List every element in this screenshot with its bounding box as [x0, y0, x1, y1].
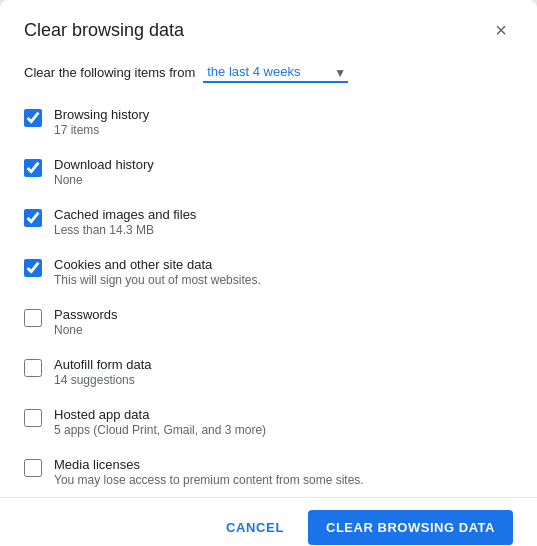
clear-browsing-data-button[interactable]: CLEAR BROWSING DATA [308, 510, 513, 545]
item-name: Cached images and files [54, 207, 196, 222]
checkbox-input-browsing-history[interactable] [24, 109, 42, 127]
items-list: Browsing history17 itemsDownload history… [0, 97, 537, 497]
dialog-header: Clear browsing data × [0, 0, 537, 54]
close-button[interactable]: × [489, 18, 513, 42]
checkbox-autofill[interactable] [24, 359, 42, 381]
item-name: Media licenses [54, 457, 364, 472]
checkbox-cookies[interactable] [24, 259, 42, 281]
list-item: Hosted app data5 apps (Cloud Print, Gmai… [24, 397, 513, 447]
item-name: Browsing history [54, 107, 149, 122]
item-name: Download history [54, 157, 154, 172]
list-item: Download historyNone [24, 147, 513, 197]
list-item: Cookies and other site dataThis will sig… [24, 247, 513, 297]
checkbox-passwords[interactable] [24, 309, 42, 331]
item-desc: This will sign you out of most websites. [54, 273, 261, 287]
list-item: Autofill form data14 suggestions [24, 347, 513, 397]
subheader-label: Clear the following items from [24, 65, 195, 80]
checkbox-input-cached-images[interactable] [24, 209, 42, 227]
checkbox-input-passwords[interactable] [24, 309, 42, 327]
item-desc: 17 items [54, 123, 149, 137]
checkbox-input-autofill[interactable] [24, 359, 42, 377]
checkbox-browsing-history[interactable] [24, 109, 42, 131]
list-item: Cached images and filesLess than 14.3 MB [24, 197, 513, 247]
item-name: Autofill form data [54, 357, 152, 372]
item-desc: 5 apps (Cloud Print, Gmail, and 3 more) [54, 423, 266, 437]
dialog-subheader: Clear the following items from the last … [0, 54, 537, 97]
list-item: PasswordsNone [24, 297, 513, 347]
item-desc: None [54, 323, 118, 337]
period-select[interactable]: the last hour the last 24 hours the last… [203, 62, 348, 83]
item-name: Cookies and other site data [54, 257, 261, 272]
item-desc: You may lose access to premium content f… [54, 473, 364, 487]
list-item: Browsing history17 items [24, 97, 513, 147]
checkbox-download-history[interactable] [24, 159, 42, 181]
item-desc: 14 suggestions [54, 373, 152, 387]
list-item: Media licensesYou may lose access to pre… [24, 447, 513, 497]
checkbox-input-hosted-app-data[interactable] [24, 409, 42, 427]
item-name: Hosted app data [54, 407, 266, 422]
checkbox-input-cookies[interactable] [24, 259, 42, 277]
checkbox-input-media-licenses[interactable] [24, 459, 42, 477]
period-select-wrapper: the last hour the last 24 hours the last… [203, 62, 348, 83]
item-desc: Less than 14.3 MB [54, 223, 196, 237]
checkbox-cached-images[interactable] [24, 209, 42, 231]
checkbox-media-licenses[interactable] [24, 459, 42, 481]
item-name: Passwords [54, 307, 118, 322]
dialog-footer: CANCEL CLEAR BROWSING DATA [0, 497, 537, 546]
checkbox-input-download-history[interactable] [24, 159, 42, 177]
cancel-button[interactable]: CANCEL [210, 510, 300, 545]
item-desc: None [54, 173, 154, 187]
checkbox-hosted-app-data[interactable] [24, 409, 42, 431]
dialog-title: Clear browsing data [24, 20, 184, 41]
clear-browsing-data-dialog: Clear browsing data × Clear the followin… [0, 0, 537, 546]
